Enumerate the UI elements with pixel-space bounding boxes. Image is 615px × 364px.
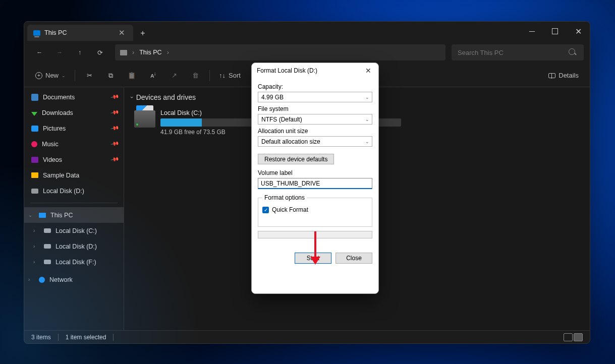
share-icon: ↗	[172, 72, 177, 79]
chevron-right-icon[interactable]: ›	[33, 259, 39, 265]
details-label: Details	[558, 72, 579, 79]
capacity-bar	[160, 118, 257, 127]
new-label: New	[45, 72, 59, 79]
maximize-button[interactable]	[543, 22, 567, 41]
new-tab-button[interactable]: +	[135, 26, 150, 41]
close-button[interactable]: Close	[336, 253, 372, 264]
status-bar: 3 items 1 item selected	[24, 330, 590, 343]
plus-circle-icon: +	[35, 72, 42, 79]
close-icon[interactable]: ✕	[363, 66, 373, 76]
tab-strip: This PC ✕ + ✕	[24, 22, 590, 41]
capacity-select[interactable]: 4.99 GB⌄	[258, 92, 372, 102]
quick-format-checkbox[interactable]: ✓ Quick Format	[262, 206, 368, 213]
music-icon	[31, 141, 37, 147]
cut-button[interactable]: ✂	[80, 68, 98, 83]
folder-icon	[31, 172, 38, 178]
sidebar-item-label: Sample Data	[43, 172, 79, 179]
details-view-button[interactable]	[564, 333, 573, 341]
minimize-button[interactable]	[520, 22, 543, 41]
dialog-titlebar[interactable]: Format Local Disk (D:) ✕	[252, 63, 378, 78]
drive-icon	[134, 110, 155, 128]
search-box[interactable]	[452, 44, 584, 60]
checkbox-icon: ✓	[262, 207, 269, 213]
nav-bar: ← → ↑ ⟳ › This PC ›	[24, 41, 590, 64]
close-window-button[interactable]: ✕	[567, 22, 590, 41]
pictures-icon	[31, 126, 38, 132]
refresh-button[interactable]: ⟳	[91, 44, 109, 60]
sidebar-item-videos[interactable]: Videos📌	[24, 152, 124, 167]
sidebar-item-pictures[interactable]: Pictures📌	[24, 120, 124, 136]
chevron-right-icon[interactable]: ›	[33, 228, 39, 233]
address-bar[interactable]: › This PC ›	[115, 44, 445, 60]
pin-icon: 📌	[110, 139, 120, 149]
pin-icon: 📌	[110, 124, 120, 133]
chevron-right-icon[interactable]: ›	[28, 277, 34, 282]
sidebar-item-this-pc[interactable]: ⌄This PC	[24, 207, 124, 223]
sidebar-item-drive-d[interactable]: ›Local Disk (D:)	[24, 238, 124, 254]
back-button[interactable]: ←	[30, 44, 48, 60]
search-icon	[569, 48, 578, 56]
sort-label: Sort	[229, 72, 241, 79]
chevron-down-icon[interactable]: ⌄	[28, 212, 34, 218]
restore-defaults-button[interactable]: Restore device defaults	[258, 154, 334, 164]
sidebar-item-local-disk-d[interactable]: Local Disk (D:)	[24, 183, 124, 199]
sort-button[interactable]: ↑↓ Sort	[215, 68, 245, 83]
delete-button[interactable]: 🗑	[186, 68, 204, 83]
group-label: Devices and drives	[136, 93, 196, 101]
sidebar-item-label: Documents	[43, 94, 75, 101]
details-button[interactable]: Details	[544, 68, 583, 83]
new-button[interactable]: + New ⌄	[31, 68, 70, 83]
progress-bar	[258, 231, 372, 238]
capacity-fill	[160, 118, 202, 127]
sidebar-item-drive-c[interactable]: ›Local Disk (C:)	[24, 223, 124, 238]
format-options-legend: Format options	[262, 194, 307, 201]
sidebar-item-label: Local Disk (F:)	[55, 259, 96, 266]
tab-this-pc[interactable]: This PC ✕	[27, 25, 133, 41]
chevron-right-icon: ›	[132, 49, 134, 56]
pin-icon: 📌	[110, 108, 120, 117]
clipboard-icon: 📋	[128, 72, 136, 79]
sidebar-item-label: Downloads	[42, 109, 73, 116]
videos-icon	[31, 157, 38, 163]
scissors-icon: ✂	[87, 72, 92, 79]
sidebar-item-downloads[interactable]: Downloads📌	[24, 105, 124, 120]
chevron-down-icon: ⌄	[62, 73, 66, 78]
divider	[209, 70, 210, 81]
sidebar-item-documents[interactable]: Documents📌	[24, 89, 124, 105]
drive-c[interactable]: Local Disk (C:) 41.9 GB free of 73.5 GB	[131, 106, 260, 139]
sidebar-item-network[interactable]: ›Network	[24, 272, 124, 287]
share-button[interactable]: ↗	[165, 68, 183, 83]
copy-button[interactable]: ⧉	[101, 68, 120, 83]
paste-button[interactable]: 📋	[123, 68, 141, 83]
filesystem-label: File system	[258, 105, 372, 112]
chevron-right-icon: ›	[167, 49, 169, 56]
thumbnails-view-button[interactable]	[574, 333, 583, 341]
sidebar-item-sample-data[interactable]: Sample Data	[24, 167, 124, 183]
tab-close-icon[interactable]: ✕	[117, 27, 127, 38]
search-input[interactable]	[458, 49, 565, 56]
filesystem-select[interactable]: NTFS (Default)⌄	[258, 114, 372, 125]
forward-button[interactable]: →	[50, 44, 69, 60]
chevron-down-icon: ⌄	[365, 95, 369, 100]
sidebar-item-drive-f[interactable]: ›Local Disk (F:)	[24, 254, 124, 270]
disk-icon	[44, 260, 51, 264]
dialog-title: Format Local Disk (D:)	[257, 67, 317, 74]
chevron-down-icon: ›	[129, 96, 135, 98]
start-button[interactable]: Start	[295, 253, 331, 264]
disk-icon	[44, 228, 51, 233]
copy-icon: ⧉	[108, 72, 113, 80]
sidebar-item-label: Music	[42, 141, 59, 148]
disk-icon	[44, 244, 51, 249]
drive-name: Local Disk (C:)	[160, 109, 257, 116]
volume-label-input[interactable]	[258, 178, 372, 189]
allocation-select[interactable]: Default allocation size⌄	[258, 136, 372, 147]
download-icon	[31, 112, 37, 116]
chevron-right-icon[interactable]: ›	[33, 244, 39, 249]
up-button[interactable]: ↑	[71, 44, 89, 60]
sidebar-item-music[interactable]: Music📌	[24, 136, 124, 152]
sidebar-item-label: Pictures	[43, 125, 66, 132]
rename-button[interactable]: ᴀⁱ	[144, 68, 162, 83]
trash-icon: 🗑	[192, 72, 199, 79]
address-segment[interactable]: This PC	[139, 49, 161, 56]
selection-count: 1 item selected	[66, 334, 106, 341]
